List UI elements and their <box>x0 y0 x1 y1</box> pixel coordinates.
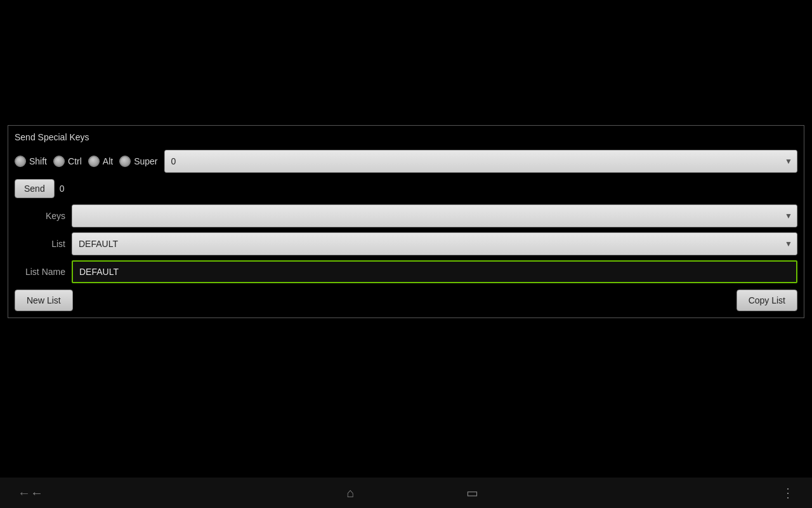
keys-label: Keys <box>15 211 65 221</box>
key-dropdown[interactable]: 0123 4567 89 <box>164 150 798 173</box>
recents-icon[interactable]: ▭ <box>461 480 483 505</box>
home-icon[interactable]: ⌂ <box>341 481 359 505</box>
key-select-wrapper: 0123 4567 89 ▼ <box>164 150 798 173</box>
back-icon[interactable]: ← <box>13 481 48 505</box>
send-button[interactable]: Send <box>15 179 55 198</box>
ctrl-label: Ctrl <box>68 156 82 166</box>
list-dropdown[interactable]: DEFAULT <box>72 232 797 255</box>
shift-radio[interactable] <box>15 156 26 167</box>
list-row: List DEFAULT ▼ <box>15 232 797 255</box>
send-value-display: 0 <box>60 184 65 194</box>
modifier-row: Shift Ctrl Alt Super 0123 4567 89 ▼ <box>15 150 797 173</box>
ctrl-modifier: Ctrl <box>53 156 82 167</box>
list-label: List <box>15 239 65 249</box>
ctrl-radio[interactable] <box>53 156 65 167</box>
send-special-keys-panel: Send Special Keys Shift Ctrl Alt Super 0… <box>8 125 804 318</box>
panel-title: Send Special Keys <box>15 132 797 142</box>
buttons-row: New List Copy List <box>15 290 797 311</box>
shift-modifier: Shift <box>15 156 47 167</box>
super-label: Super <box>134 156 157 166</box>
alt-label: Alt <box>103 156 113 166</box>
new-list-button[interactable]: New List <box>15 290 73 311</box>
super-modifier: Super <box>119 156 157 167</box>
listname-input[interactable] <box>72 260 797 283</box>
more-icon[interactable]: ⋮ <box>776 480 799 505</box>
alt-modifier: Alt <box>88 156 113 167</box>
list-select-wrapper: DEFAULT ▼ <box>72 232 797 255</box>
keys-dropdown[interactable] <box>72 204 797 227</box>
listname-row: List Name <box>15 260 797 283</box>
keys-select-wrapper: ▼ <box>72 204 797 227</box>
keys-row: Keys ▼ <box>15 204 797 227</box>
alt-radio[interactable] <box>88 156 100 167</box>
navigation-bar: ← ⌂ ▭ ⋮ <box>0 478 812 508</box>
send-row: Send 0 <box>15 179 797 198</box>
super-radio[interactable] <box>119 156 131 167</box>
listname-label: List Name <box>15 267 65 277</box>
copy-list-button[interactable]: Copy List <box>737 290 797 311</box>
nav-center-icons: ⌂ ▭ <box>341 480 483 505</box>
shift-label: Shift <box>29 156 47 166</box>
